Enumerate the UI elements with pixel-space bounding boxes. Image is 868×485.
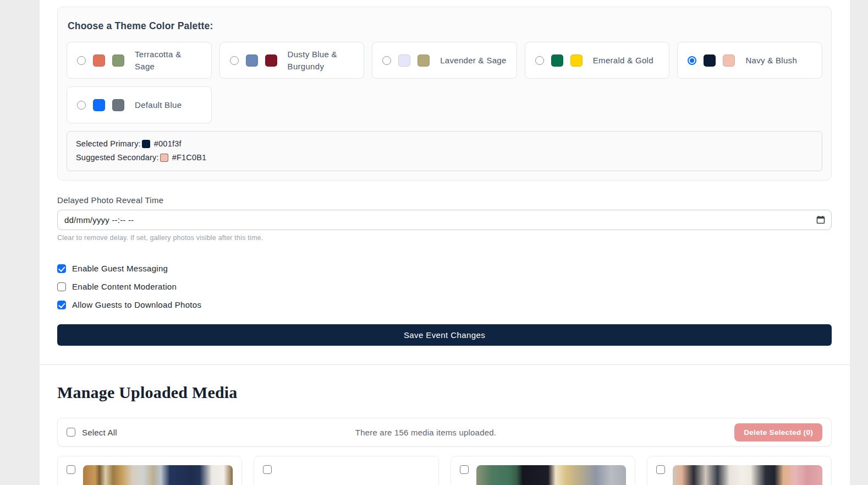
toggle-label: Enable Content Moderation — [72, 282, 177, 291]
select-all-checkbox[interactable] — [67, 428, 75, 437]
secondary-color-swatch — [265, 55, 277, 67]
toggle-label: Allow Guests to Download Photos — [72, 300, 201, 309]
reveal-time-field-wrap — [57, 210, 832, 230]
palette-option-terracotta-sage[interactable]: Terracotta & Sage — [67, 42, 212, 79]
selected-primary-swatch — [142, 140, 150, 148]
select-all-control[interactable]: Select All — [67, 428, 117, 437]
reveal-helper-text: Clear to remove delay. If set, gallery p… — [57, 234, 832, 242]
checkbox-icon[interactable] — [57, 282, 66, 291]
reveal-time-label: Delayed Photo Reveal Time — [57, 195, 832, 205]
palette-options-grid: Terracotta & Sage Dusty Blue & Burgundy … — [67, 42, 822, 123]
palette-option-label: Dusty Blue & Burgundy — [288, 48, 354, 73]
radio-button-icon[interactable] — [77, 56, 86, 65]
palette-heading: Choose a Theme Color Palette: — [68, 20, 822, 32]
media-card — [254, 456, 438, 485]
selected-primary-label: Selected Primary: — [76, 139, 141, 148]
media-select-checkbox[interactable] — [656, 465, 665, 474]
primary-color-swatch — [246, 55, 258, 67]
select-all-label: Select All — [82, 428, 117, 437]
selected-primary-hex: #001f3f — [154, 139, 182, 148]
media-select-checkbox[interactable] — [460, 465, 469, 474]
secondary-color-swatch — [112, 55, 124, 67]
manage-media-heading: Manage Uploaded Media — [57, 383, 832, 402]
checkbox-icon[interactable] — [57, 264, 66, 273]
palette-option-label: Emerald & Gold — [593, 55, 653, 67]
photo-booth-signs-photo[interactable] — [279, 465, 429, 485]
media-count-text: There are 156 media items uploaded. — [117, 428, 735, 437]
suggested-secondary-hex: #F1C0B1 — [172, 153, 207, 162]
secondary-color-swatch — [417, 55, 430, 67]
radio-button-icon[interactable] — [382, 56, 391, 65]
palette-option-dusty-blue-burgundy[interactable]: Dusty Blue & Burgundy — [219, 42, 365, 79]
delete-selected-button[interactable]: Delete Selected (0) — [734, 423, 822, 442]
selected-colors-info-box: Selected Primary: #001f3f Suggested Seco… — [67, 131, 822, 171]
radio-button-icon[interactable] — [77, 101, 86, 110]
media-card — [451, 456, 635, 485]
couple-formal-photo[interactable] — [83, 465, 233, 485]
secondary-color-swatch — [112, 99, 124, 111]
palette-option-emerald-gold[interactable]: Emerald & Gold — [525, 42, 670, 79]
primary-color-swatch — [551, 55, 563, 67]
toggle-download-photos[interactable]: Allow Guests to Download Photos — [57, 300, 832, 309]
toggle-content-moderation[interactable]: Enable Content Moderation — [57, 282, 832, 291]
suggested-secondary-line: Suggested Secondary: #F1C0B1 — [76, 153, 813, 162]
media-select-checkbox[interactable] — [263, 465, 272, 474]
secondary-color-swatch — [570, 55, 583, 67]
checkbox-icon[interactable] — [57, 301, 66, 309]
palette-option-navy-blush[interactable]: Navy & Blush — [677, 42, 822, 79]
media-select-bar: Select All There are 156 media items upl… — [57, 418, 832, 446]
radio-button-icon[interactable] — [230, 56, 239, 65]
palette-option-label: Terracotta & Sage — [135, 48, 201, 73]
theme-palette-panel: Choose a Theme Color Palette: Terracotta… — [57, 7, 832, 181]
selected-primary-line: Selected Primary: #001f3f — [76, 139, 813, 148]
guests-closeup-photo[interactable] — [476, 465, 626, 485]
palette-option-label: Lavender & Sage — [440, 55, 506, 67]
primary-color-swatch — [398, 55, 410, 67]
primary-color-swatch — [93, 55, 105, 67]
radio-button-icon[interactable] — [535, 56, 544, 65]
calendar-icon[interactable] — [816, 215, 825, 224]
save-event-changes-button[interactable]: Save Event Changes — [57, 324, 832, 346]
toggle-label: Enable Guest Messaging — [72, 264, 168, 273]
event-settings-page: Choose a Theme Color Palette: Terracotta… — [40, 0, 850, 485]
toggle-guest-messaging[interactable]: Enable Guest Messaging — [57, 264, 832, 273]
suggested-secondary-label: Suggested Secondary: — [76, 153, 159, 162]
suggested-secondary-swatch — [160, 154, 168, 162]
palette-option-lavender-sage[interactable]: Lavender & Sage — [372, 42, 517, 79]
media-card — [647, 456, 832, 485]
reveal-datetime-input[interactable] — [57, 210, 832, 230]
primary-color-swatch — [704, 55, 716, 67]
primary-color-swatch — [93, 99, 105, 111]
secondary-color-swatch — [723, 55, 735, 67]
palette-option-label: Navy & Blush — [745, 55, 797, 67]
radio-button-icon[interactable] — [688, 56, 696, 65]
bride-ceremony-photo[interactable] — [673, 465, 822, 485]
event-toggles: Enable Guest Messaging Enable Content Mo… — [57, 264, 832, 309]
media-card — [57, 456, 242, 485]
settings-content: Choose a Theme Color Palette: Terracotta… — [40, 0, 850, 485]
palette-option-default-blue[interactable]: Default Blue — [67, 86, 212, 123]
palette-option-label: Default Blue — [135, 99, 182, 111]
media-select-checkbox[interactable] — [67, 465, 75, 474]
media-grid — [57, 456, 832, 485]
section-divider — [40, 364, 850, 365]
